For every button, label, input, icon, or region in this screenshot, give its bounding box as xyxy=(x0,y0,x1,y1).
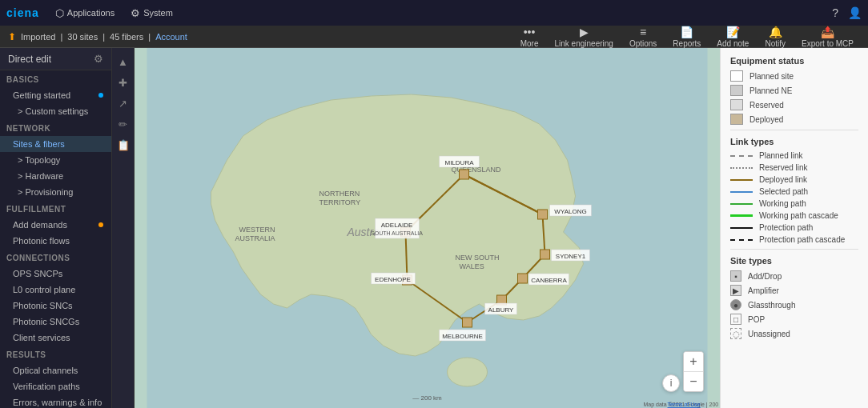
legend-deployed: Deployed xyxy=(730,114,858,125)
notify-button[interactable]: 🔔 Notify xyxy=(758,24,792,50)
notify-icon: 🔔 xyxy=(769,26,782,38)
fibers-label: 45 fibers xyxy=(110,32,143,42)
sidebar-section-network[interactable]: NETWORK xyxy=(0,119,111,136)
working-cascade-label: Working path cascade xyxy=(759,211,838,220)
zoom-out-button[interactable]: − xyxy=(684,372,703,391)
sidebar-section-connections[interactable]: CONNECTIONS xyxy=(0,249,111,266)
vertical-icon-bar: ▲ ✚ ↗ ✏ 📋 xyxy=(112,48,135,408)
edit-tool-button[interactable]: ✏ xyxy=(115,115,132,133)
import-info: ⬆ Imported | 30 sites | 45 fibers | Acco… xyxy=(8,31,514,42)
sidebar-section-basics[interactable]: BASICS xyxy=(0,70,111,87)
sidebar-item-topology[interactable]: > Topology xyxy=(0,152,111,168)
sidebar-item-optical-channels[interactable]: Optical channels xyxy=(0,362,111,378)
planned-link-line xyxy=(730,155,753,157)
svg-text:WESTERN: WESTERN xyxy=(239,226,275,234)
sidebar-item-provisioning[interactable]: > Provisioning xyxy=(0,184,111,200)
protection-cascade-line xyxy=(730,239,753,241)
sidebar-item-add-demands[interactable]: Add demands xyxy=(0,217,111,233)
map-info-button[interactable]: i xyxy=(662,374,680,392)
ops-sncps-label: OPS SNCPs xyxy=(13,269,62,278)
zoom-in-button[interactable]: + xyxy=(684,352,703,371)
sidebar-title: Direct edit xyxy=(8,54,51,65)
sidebar-item-photonic-sncs[interactable]: Photonic SNCs xyxy=(0,298,111,314)
l0-control-plane-label: L0 control plane xyxy=(13,285,75,294)
add-demands-label: Add demands xyxy=(13,220,67,230)
svg-text:ALBURY: ALBURY xyxy=(488,306,515,314)
provisioning-label: > Provisioning xyxy=(18,187,73,197)
sidebar-section-fulfillment[interactable]: FULFILLMENT xyxy=(0,200,111,217)
network-label: NETWORK xyxy=(6,124,50,133)
topology-label: > Topology xyxy=(18,155,60,165)
add-drop-icon: ▪ xyxy=(730,270,741,282)
add-demands-dot xyxy=(98,222,103,227)
deployed-link-label: Deployed link xyxy=(759,175,807,184)
protection-path-label: Protection path xyxy=(759,223,813,232)
system-nav[interactable]: ⚙ System xyxy=(124,0,179,26)
sidebar-section-results[interactable]: RESULTS xyxy=(0,346,111,362)
sidebar-item-sites-fibers[interactable]: Sites & fibers xyxy=(0,136,111,152)
planned-link-label: Planned link xyxy=(759,151,802,160)
help-icon[interactable]: ? xyxy=(832,6,838,19)
map-area[interactable]: NORTHERN TERRITORY WESTERN AUSTRALIA QUE… xyxy=(135,48,720,408)
system-icon: ⚙ xyxy=(131,7,140,19)
applications-nav[interactable]: ⬡ Applications xyxy=(49,0,121,26)
ciena-logo: ciena xyxy=(6,6,39,19)
sidebar-item-errors-warnings[interactable]: Errors, warnings & info xyxy=(0,394,111,408)
legend-divider-1 xyxy=(730,130,858,130)
more-label: More xyxy=(520,39,539,48)
working-path-label: Working path xyxy=(759,199,806,208)
reserved-link-label: Reserved link xyxy=(759,163,808,172)
legend-planned-link: Planned link xyxy=(730,151,858,160)
selected-path-line xyxy=(730,191,753,193)
settings-icon[interactable]: ⚙ xyxy=(94,53,103,65)
svg-text:WYALONG: WYALONG xyxy=(554,208,586,215)
export-mcp-button[interactable]: 📤 Export to MCP xyxy=(795,24,860,50)
equipment-status-title: Equipment status xyxy=(730,56,858,66)
sidebar-header: Direct edit ⚙ xyxy=(0,48,111,70)
unassigned-label: Unassigned xyxy=(748,330,790,338)
sidebar-item-getting-started[interactable]: Getting started xyxy=(0,87,111,103)
reserved-link-line xyxy=(730,167,753,169)
account-label[interactable]: Account xyxy=(155,32,187,42)
custom-settings-label: > Custom settings xyxy=(18,106,88,116)
sidebar-item-hardware[interactable]: > Hardware xyxy=(0,168,111,184)
legend-working-path: Working path xyxy=(730,199,858,208)
svg-text:SOUTH AUSTRALIA: SOUTH AUSTRALIA xyxy=(371,230,423,236)
planned-ne-box xyxy=(730,85,743,96)
pop-icon: □ xyxy=(730,314,741,325)
add-note-button[interactable]: 📝 Add note xyxy=(710,24,755,50)
sidebar-item-verification-paths[interactable]: Verification paths xyxy=(0,378,111,394)
options-button[interactable]: ≡ Options xyxy=(623,24,663,50)
legend-glassthrough: ● Glassthrough xyxy=(730,299,858,310)
svg-rect-20 xyxy=(538,210,548,219)
more-button[interactable]: ••• More xyxy=(514,24,545,50)
svg-text:EDENHOPE: EDENHOPE xyxy=(375,276,411,283)
svg-text:MILDURA: MILDURA xyxy=(444,159,474,166)
sidebar-item-client-services[interactable]: Client services xyxy=(0,330,111,346)
options-label: Options xyxy=(629,39,657,48)
sidebar-item-l0-control-plane[interactable]: L0 control plane xyxy=(0,282,111,298)
reports-button[interactable]: 📄 Reports xyxy=(666,24,707,50)
legend-reserved-link: Reserved link xyxy=(730,163,858,172)
link-engineering-button[interactable]: ▶ Link engineering xyxy=(548,24,619,50)
sidebar-item-photonic-flows[interactable]: Photonic flows xyxy=(0,233,111,249)
sidebar-item-custom-settings[interactable]: > Custom settings xyxy=(0,103,111,119)
photonic-flows-label: Photonic flows xyxy=(13,236,70,246)
pointer-tool-button[interactable]: ▲ xyxy=(115,53,132,70)
working-path-line xyxy=(730,203,753,205)
getting-started-dot xyxy=(98,93,103,98)
planned-site-box xyxy=(730,70,743,82)
sidebar-item-photonic-sncgs[interactable]: Photonic SNCGs xyxy=(0,314,111,330)
applications-icon: ⬡ xyxy=(55,7,64,19)
link-engineering-label: Link engineering xyxy=(554,39,613,48)
sidebar: Direct edit ⚙ BASICS Getting started > C… xyxy=(0,48,112,408)
link-tool-button[interactable]: ↗ xyxy=(115,94,132,112)
add-tool-button[interactable]: ✚ xyxy=(115,74,132,91)
amplifier-label: Amplifier xyxy=(748,286,779,295)
sidebar-item-ops-sncps[interactable]: OPS SNCPs xyxy=(0,266,111,282)
legend-panel: Equipment status Planned site Planned NE… xyxy=(720,48,868,408)
clipboard-tool-button[interactable]: 📋 xyxy=(115,136,132,154)
reserved-label: Reserved xyxy=(749,101,784,110)
user-icon[interactable]: 👤 xyxy=(848,6,862,19)
sites-fibers-label: Sites & fibers xyxy=(13,139,65,149)
